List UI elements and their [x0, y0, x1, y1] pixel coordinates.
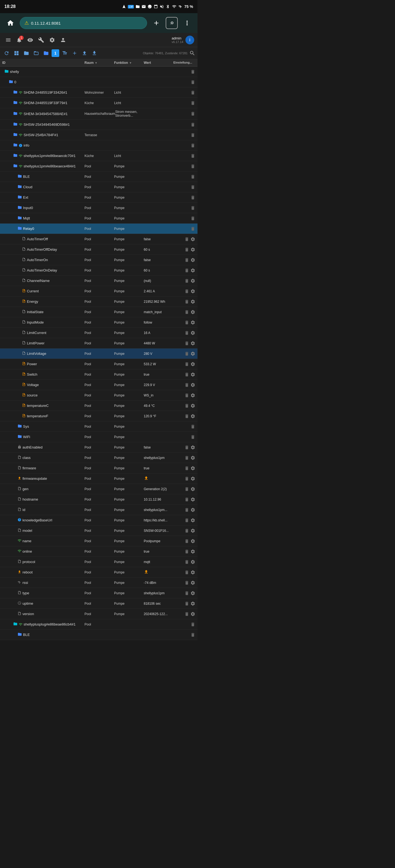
table-row[interactable]: 0 — [0, 77, 198, 87]
more-menu-button[interactable] — [181, 17, 193, 29]
delete-icon[interactable] — [184, 580, 189, 585]
gear-icon[interactable] — [190, 382, 195, 388]
table-row[interactable]: Switch Pool Pumpe true — [0, 369, 198, 380]
table-row[interactable]: uptime Pool Pumpe 818106 sec — [0, 598, 198, 609]
delete-icon[interactable] — [190, 153, 195, 158]
table-row[interactable]: rssi Pool Pumpe -74 dBm — [0, 578, 198, 588]
gear-icon[interactable] — [190, 466, 195, 471]
delete-icon[interactable] — [184, 507, 189, 513]
table-row[interactable]: shellyplus1pm#e86beaece484#1 Pool Pumpe — [0, 161, 198, 172]
table-row[interactable]: SHDM-2#485519F33F79#1 Küche Licht — [0, 98, 198, 108]
table-row[interactable]: knowledgeBaseUrl Pool Pumpe https://kb.s… — [0, 515, 198, 526]
gear-icon[interactable] — [190, 289, 195, 294]
table-row[interactable]: version Pool Pumpe 20240625-122... — [0, 609, 198, 619]
delete-icon[interactable] — [184, 362, 189, 367]
delete-icon[interactable] — [184, 466, 189, 471]
gear-icon[interactable] — [190, 612, 195, 617]
gear-icon[interactable] — [190, 601, 195, 606]
table-row[interactable]: Cloud Pool Pumpe — [0, 182, 198, 192]
table-row[interactable]: info — [0, 140, 198, 151]
table-row[interactable]: SHDM-2#485519F33426#1 Wohnzimmer Licht — [0, 87, 198, 98]
table-row[interactable]: firmware Pool Pumpe true — [0, 463, 198, 473]
delete-icon[interactable] — [184, 257, 189, 262]
gear-icon[interactable] — [190, 278, 195, 283]
delete-icon[interactable] — [184, 539, 189, 544]
table-row[interactable]: Current Pool Pumpe 2.461 A — [0, 286, 198, 297]
gear-icon[interactable] — [190, 257, 195, 262]
table-row[interactable]: SHSW-25#BA784F#1 Terrasse — [0, 130, 198, 140]
table-row[interactable]: AutoTimerOff Pool Pumpe false — [0, 234, 198, 244]
table-row[interactable]: online Pool Pumpe true — [0, 546, 198, 557]
delete-icon[interactable] — [190, 69, 195, 74]
delete-icon[interactable] — [190, 143, 195, 148]
url-bar[interactable]: ⚠ 0.11.12.41:8081 — [20, 17, 147, 29]
gear-icon[interactable] — [190, 237, 195, 242]
gear-icon[interactable] — [190, 362, 195, 367]
delete-icon[interactable] — [190, 122, 195, 127]
gear-icon[interactable] — [190, 455, 195, 460]
delete-icon[interactable] — [184, 320, 189, 325]
gear-icon[interactable] — [190, 559, 195, 564]
table-row[interactable]: hostname Pool Pumpe 10.11.12.96 — [0, 494, 198, 505]
gear-icon[interactable] — [190, 351, 195, 356]
table-row[interactable]: LimitVoltage Pool Pumpe 280 V — [0, 348, 198, 359]
delete-icon[interactable] — [190, 80, 195, 85]
info-button[interactable]: i — [186, 36, 194, 44]
notification-button[interactable]: 1 — [14, 35, 24, 45]
table-row[interactable]: BLE — [0, 630, 198, 640]
table-row[interactable]: shellyplusplug#e86beae86cb4#1 Pool — [0, 619, 198, 630]
table-row[interactable]: source Pool Pumpe WS_in — [0, 390, 198, 401]
gear-icon[interactable] — [190, 518, 195, 523]
delete-icon[interactable] — [184, 601, 189, 606]
gear-icon[interactable] — [190, 372, 195, 377]
table-row[interactable]: ChannelName Pool Pumpe (null) — [0, 276, 198, 286]
folder-open-button[interactable] — [32, 49, 40, 58]
delete-icon[interactable] — [190, 90, 195, 95]
gear-icon[interactable] — [190, 580, 195, 585]
delete-icon[interactable] — [184, 382, 189, 388]
gear-icon[interactable] — [190, 393, 195, 398]
table-row[interactable]: authEnabled Pool Pumpe false — [0, 442, 198, 453]
add-item-button[interactable] — [70, 49, 79, 58]
delete-icon[interactable] — [190, 133, 195, 137]
delete-icon[interactable] — [190, 622, 195, 627]
delete-icon[interactable] — [190, 100, 195, 105]
text-format-button[interactable] — [60, 49, 69, 58]
add-tab-button[interactable] — [150, 17, 162, 29]
table-row[interactable]: Voltage Pool Pumpe 229.9 V — [0, 380, 198, 390]
gear-icon[interactable] — [190, 497, 195, 502]
gear-icon[interactable] — [190, 539, 195, 544]
folder-shared-button[interactable] — [42, 49, 51, 58]
tab-switcher-button[interactable]: :D — [166, 17, 178, 29]
gear-icon[interactable] — [190, 528, 195, 533]
gear-icon[interactable] — [190, 268, 195, 273]
table-row[interactable]: Input0 Pool Pumpe — [0, 203, 198, 213]
gear-icon[interactable] — [190, 487, 195, 492]
table-row[interactable]: model Pool Pumpe SNSW-001P16... — [0, 526, 198, 536]
col-raum-header[interactable]: Raum ▼ — [84, 61, 114, 65]
table-row[interactable]: InitialState Pool Pumpe match_input — [0, 307, 198, 317]
delete-icon[interactable] — [184, 528, 189, 533]
delete-icon[interactable] — [184, 237, 189, 242]
delete-icon[interactable] — [184, 341, 189, 346]
delete-icon[interactable] — [184, 299, 189, 304]
person-button[interactable] — [58, 35, 68, 45]
delete-icon[interactable] — [190, 111, 195, 116]
delete-icon[interactable] — [184, 455, 189, 460]
table-row[interactable]: protocol Pool Pumpe mqtt — [0, 557, 198, 567]
delete-icon[interactable] — [190, 632, 195, 637]
table-row[interactable]: BLE Pool Pumpe — [0, 172, 198, 182]
gear-icon[interactable] — [190, 476, 195, 481]
table-row[interactable]: AutoTimerOn Pool Pumpe false — [0, 255, 198, 265]
delete-icon[interactable] — [184, 403, 189, 408]
table-row[interactable]: LimitPower Pool Pumpe 4480 W — [0, 338, 198, 348]
table-row[interactable]: reboot Pool Pumpe — [0, 567, 198, 578]
delete-icon[interactable] — [184, 612, 189, 617]
hamburger-menu-button[interactable] — [3, 35, 13, 45]
table-row[interactable]: WiFi Pool Pumpe — [0, 432, 198, 442]
table-row[interactable]: SHEM-3#3494547588AE#1 Hauswirtschaftsrau… — [0, 108, 198, 120]
delete-icon[interactable] — [184, 497, 189, 502]
gear-icon[interactable] — [190, 331, 195, 335]
delete-icon[interactable] — [184, 310, 189, 314]
grid-view-button[interactable] — [12, 49, 21, 58]
